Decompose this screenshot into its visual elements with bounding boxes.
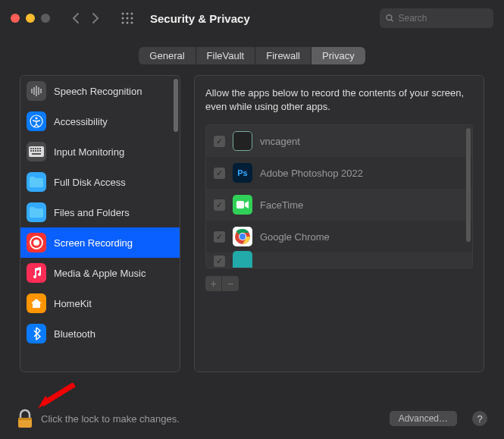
app-list: ✓vncagent✓PsAdobe Photoshop 2022✓FaceTim… [205, 124, 473, 268]
svg-rect-23 [39, 148, 41, 149]
help-button[interactable]: ? [472, 411, 487, 426]
sidebar-item-label: Accessibility [54, 116, 108, 127]
speech-icon [27, 81, 46, 101]
app-row[interactable]: ✓ [206, 252, 472, 268]
remove-app-button[interactable]: − [222, 276, 239, 291]
app-name: Adobe Photoshop 2022 [260, 168, 363, 179]
app-checkbox[interactable]: ✓ [214, 136, 225, 147]
sidebar-item-files-and-folders[interactable]: Files and Folders [20, 197, 180, 227]
maximize-button[interactable] [41, 14, 50, 23]
permission-description: Allow the apps below to record the conte… [205, 86, 473, 114]
sidebar-item-label: Full Disk Access [54, 177, 126, 188]
svg-rect-21 [35, 148, 36, 149]
close-button[interactable] [11, 14, 20, 23]
sidebar-item-bluetooth[interactable]: Bluetooth [20, 318, 180, 349]
sidebar-item-label: Screen Recording [54, 237, 133, 249]
svg-point-4 [127, 17, 129, 20]
app-list-scrollbar[interactable] [466, 128, 471, 242]
privacy-category-sidebar: Speech RecognitionAccessibilityInput Mon… [20, 75, 180, 372]
tab-general[interactable]: General [139, 47, 196, 64]
sidebar-item-label: Bluetooth [54, 328, 95, 340]
sidebar-item-homekit[interactable]: HomeKit [20, 288, 180, 318]
svg-point-1 [127, 13, 129, 15]
svg-rect-37 [18, 418, 32, 420]
record-icon [27, 233, 46, 252]
svg-point-5 [131, 17, 133, 20]
svg-rect-20 [33, 148, 34, 149]
svg-point-0 [122, 13, 124, 15]
svg-rect-22 [37, 148, 39, 149]
lock-icon[interactable] [17, 409, 33, 428]
tab-bar: General FileVault Firewall Privacy [0, 47, 504, 64]
svg-point-35 [239, 234, 246, 240]
svg-rect-26 [35, 150, 36, 152]
sidebar-item-label: Files and Folders [54, 207, 130, 218]
back-button[interactable] [67, 9, 85, 27]
sidebar-item-full-disk-access[interactable]: Full Disk Access [20, 167, 180, 197]
app-row[interactable]: ✓FaceTime [206, 189, 472, 221]
sidebar-item-label: HomeKit [54, 298, 92, 309]
app-checkbox[interactable]: ✓ [214, 256, 225, 267]
sidebar-item-input-monitoring[interactable]: Input Monitoring [20, 136, 180, 167]
add-app-button[interactable]: + [205, 276, 222, 291]
tab-privacy[interactable]: Privacy [311, 47, 365, 64]
folder-icon [27, 202, 46, 222]
svg-point-31 [33, 240, 39, 246]
svg-point-8 [131, 22, 133, 24]
add-remove-controls: + − [205, 276, 473, 291]
sidebar-item-accessibility[interactable]: Accessibility [20, 106, 180, 136]
app-name: FaceTime [260, 199, 303, 211]
svg-rect-28 [39, 150, 41, 152]
svg-rect-27 [37, 150, 39, 152]
app-row[interactable]: ✓vncagent [206, 125, 472, 157]
accessibility-icon [27, 111, 46, 131]
advanced-button[interactable]: Advanced… [390, 411, 457, 426]
forward-button[interactable] [86, 9, 105, 27]
svg-line-10 [391, 20, 393, 22]
app-row[interactable]: ✓PsAdobe Photoshop 2022 [206, 157, 472, 189]
sidebar-item-label: Speech Recognition [54, 86, 142, 97]
app-name: vncagent [260, 136, 300, 147]
app-row[interactable]: ✓Google Chrome [206, 221, 472, 252]
sidebar-item-label: Media & Apple Music [54, 268, 146, 279]
sidebar-item-screen-recording[interactable]: Screen Recording [20, 227, 180, 258]
app-checkbox[interactable]: ✓ [214, 231, 225, 243]
traffic-lights[interactable] [11, 14, 50, 23]
search-field[interactable] [380, 8, 493, 28]
lock-text: Click the lock to make changes. [41, 413, 180, 425]
svg-rect-32 [236, 201, 244, 209]
window-title: Security & Privacy [150, 12, 250, 25]
keyboard-icon [27, 142, 46, 161]
minimize-button[interactable] [26, 14, 35, 23]
music-icon [27, 263, 46, 283]
bluetooth-icon [27, 324, 46, 343]
search-icon [386, 14, 394, 23]
search-input[interactable] [399, 13, 487, 24]
svg-rect-24 [30, 150, 32, 152]
svg-rect-19 [30, 148, 32, 149]
app-checkbox[interactable]: ✓ [214, 199, 225, 211]
app-checkbox[interactable]: ✓ [214, 168, 225, 179]
folder-icon [27, 172, 46, 192]
sidebar-item-media-apple-music[interactable]: Media & Apple Music [20, 258, 180, 288]
svg-point-7 [127, 22, 129, 24]
svg-point-3 [122, 17, 124, 20]
svg-point-17 [36, 118, 38, 120]
tab-firewall[interactable]: Firewall [255, 47, 311, 64]
sidebar-item-label: Input Monitoring [54, 146, 124, 158]
home-icon [27, 293, 46, 313]
detail-panel: Allow the apps below to record the conte… [194, 75, 484, 372]
app-name: Google Chrome [260, 231, 330, 243]
svg-point-9 [387, 15, 392, 20]
svg-point-6 [122, 22, 124, 24]
show-all-icon[interactable] [118, 9, 136, 27]
tab-filevault[interactable]: FileVault [196, 47, 256, 64]
svg-rect-25 [33, 150, 34, 152]
sidebar-scrollbar[interactable] [174, 79, 178, 132]
svg-point-2 [131, 13, 133, 15]
svg-rect-29 [32, 153, 41, 155]
sidebar-item-speech-recognition[interactable]: Speech Recognition [20, 76, 180, 106]
